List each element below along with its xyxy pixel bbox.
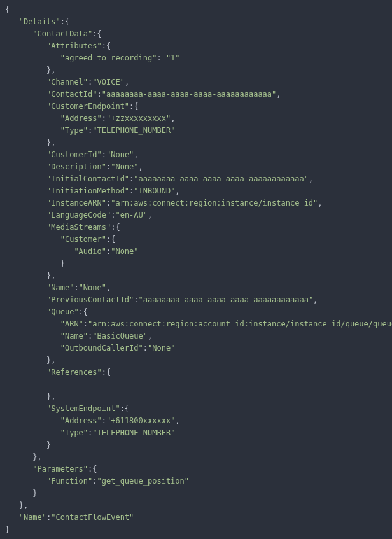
value-system-endpoint-type: TELEPHONE_NUMBER (97, 428, 171, 437)
value-initiation-method: INBOUND (139, 186, 171, 195)
value-top-name: ContactFlowEvent (56, 513, 130, 522)
value-customer-endpoint-address: +zzxxxxxxxxx (111, 114, 166, 123)
value-queue-arn: arn:aws:connect:region:account_id:instan… (92, 319, 392, 328)
value-description: None (115, 162, 134, 171)
value-instance-arn: arn:aws:connect:region:instance/instance… (115, 199, 313, 207)
value-language-code: en-AU (120, 211, 143, 220)
value-previous-contact-id: aaaaaaaa-aaaa-aaaa-aaaa-aaaaaaaaaaaa (143, 295, 309, 304)
value-contactdata-name: None (83, 283, 102, 292)
value-contact-id: aaaaaaaa-aaaa-aaaa-aaaa-aaaaaaaaaaaa (106, 90, 272, 99)
value-customer-id: None (111, 150, 129, 159)
value-parameters-function: get_queue_position (102, 477, 185, 486)
value-customer-endpoint-type: TELEPHONE_NUMBER (97, 126, 171, 135)
json-code-block: { "Details":{ "ContactData":{ "Attribute… (0, 0, 392, 539)
value-queue-name: BasicQueue (97, 332, 143, 340)
value-channel: VOICE (97, 78, 120, 87)
value-media-audio: None (115, 247, 134, 256)
value-outbound-caller-id: None (152, 344, 171, 353)
value-agreed-to-recording: 1 (171, 53, 175, 62)
value-initial-contact-id: aaaaaaaa-aaaa-aaaa-aaaa-aaaaaaaaaaaa (139, 174, 304, 183)
value-system-endpoint-address: +611800xxxxxx (111, 416, 171, 425)
